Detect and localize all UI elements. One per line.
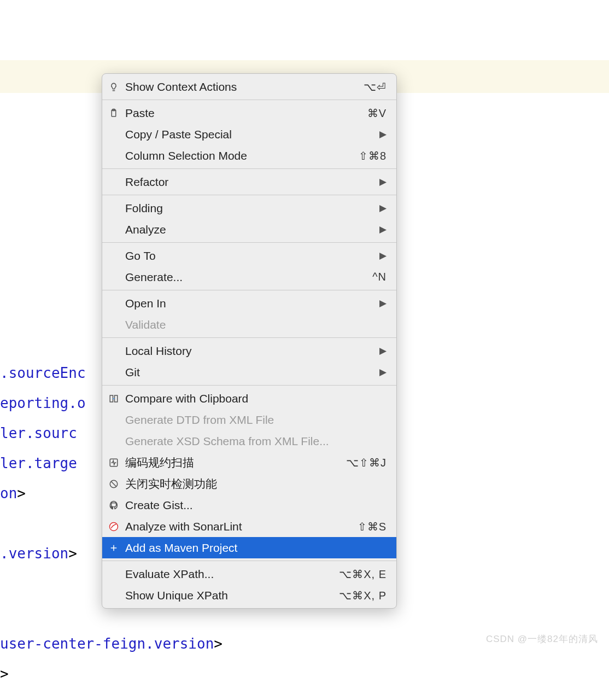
menu-item-generate-dtd-from-xml-file: Generate DTD from XML File (102, 409, 396, 430)
menu-separator (102, 561, 396, 561)
menu-item-label: 编码规约扫描 (125, 455, 341, 470)
icon-slot (108, 150, 120, 162)
icon-slot (108, 414, 120, 426)
icon-slot (108, 202, 120, 214)
menu-item-open-in[interactable]: Open In▶ (102, 293, 396, 314)
menu-separator (102, 168, 396, 169)
menu-item-validate: Validate (102, 314, 396, 335)
github-icon (108, 499, 120, 511)
svg-rect-2 (110, 395, 113, 402)
menu-item-label: Git (125, 366, 374, 379)
menu-item-compare-with-clipboard[interactable]: Compare with Clipboard (102, 388, 396, 409)
chevron-right-icon: ▶ (379, 224, 387, 235)
icon-slot (108, 224, 120, 236)
chevron-right-icon: ▶ (379, 129, 387, 140)
menu-item-label: Paste (125, 107, 362, 120)
plus-icon (108, 542, 120, 554)
menu-item-label: Go To (125, 249, 374, 262)
menu-item-label: Generate XSD Schema from XML File... (125, 435, 387, 448)
menu-item-analyze[interactable]: Analyze▶ (102, 219, 396, 240)
menu-item-label: Open In (125, 297, 374, 310)
menu-item-label: Create Gist... (125, 499, 387, 512)
menu-shortcut: ⇧⌘8 (359, 149, 387, 162)
svg-rect-3 (115, 395, 118, 402)
menu-separator (102, 195, 396, 195)
icon-slot (108, 568, 120, 580)
menu-item-paste[interactable]: Paste⌘V (102, 102, 396, 124)
menu-item-folding[interactable]: Folding▶ (102, 197, 396, 219)
icon-slot (108, 176, 120, 188)
menu-item-refactor[interactable]: Refactor▶ (102, 171, 396, 192)
menu-item-generate[interactable]: Generate...^N (102, 266, 396, 288)
menu-item-analyze-with-sonarlint[interactable]: Analyze with SonarLint⇧⌘S (102, 516, 396, 537)
menu-item-label: Analyze (125, 223, 374, 236)
svg-point-6 (110, 522, 118, 530)
menu-item-label: Column Selection Mode (125, 149, 353, 162)
menu-item-git[interactable]: Git▶ (102, 361, 396, 383)
menu-item-label: Show Context Actions (125, 80, 358, 94)
context-menu: Show Context Actions⌥⏎Paste⌘VCopy / Past… (102, 73, 397, 609)
icon-slot (108, 590, 120, 602)
menu-separator (102, 337, 396, 338)
icon-slot (108, 250, 120, 262)
bulb-icon (108, 81, 120, 93)
chevron-right-icon: ▶ (379, 366, 387, 378)
menu-shortcut: ⌥⌘X, E (339, 568, 387, 581)
menu-item-label: Folding (125, 202, 374, 215)
chevron-right-icon: ▶ (379, 202, 387, 214)
menu-item-go-to[interactable]: Go To▶ (102, 245, 396, 266)
icon-slot (108, 271, 120, 283)
menu-item-add-as-maven-project[interactable]: Add as Maven Project (102, 537, 396, 558)
menu-item-show-context-actions[interactable]: Show Context Actions⌥⏎ (102, 76, 396, 97)
menu-shortcut: ^N (372, 271, 387, 283)
pulse-icon (108, 457, 120, 469)
compare-icon (108, 393, 120, 405)
menu-item-label: Local History (125, 345, 374, 358)
icon-slot (108, 435, 120, 447)
menu-item-label: Compare with Clipboard (125, 392, 387, 405)
menu-item-label: Show Unique XPath (125, 589, 333, 602)
watermark: CSDN @一缕82年的清风 (486, 633, 598, 645)
menu-shortcut: ⌥⇧⌘J (346, 456, 387, 469)
menu-item-copy-paste-special[interactable]: Copy / Paste Special▶ (102, 124, 396, 145)
ban-icon (108, 478, 120, 490)
menu-item-[interactable]: 编码规约扫描⌥⇧⌘J (102, 452, 396, 473)
menu-item-label: Generate DTD from XML File (125, 413, 387, 427)
clipboard-icon (108, 107, 120, 119)
menu-item-label: Add as Maven Project (125, 541, 387, 555)
menu-item-label: Validate (125, 318, 387, 331)
menu-item-local-history[interactable]: Local History▶ (102, 340, 396, 361)
menu-item-label: Analyze with SonarLint (125, 520, 352, 533)
chevron-right-icon: ▶ (379, 298, 387, 309)
chevron-right-icon: ▶ (379, 250, 387, 261)
menu-item-show-unique-xpath[interactable]: Show Unique XPath⌥⌘X, P (102, 585, 396, 606)
menu-item-[interactable]: 关闭实时检测功能 (102, 473, 396, 494)
menu-separator (102, 385, 396, 386)
menu-item-label: Refactor (125, 176, 374, 189)
menu-item-create-gist[interactable]: Create Gist... (102, 494, 396, 516)
menu-item-generate-xsd-schema-from-xml-file: Generate XSD Schema from XML File... (102, 430, 396, 452)
sonar-icon (108, 521, 120, 533)
menu-separator (102, 242, 396, 243)
menu-item-label: Copy / Paste Special (125, 128, 374, 141)
menu-shortcut: ⌥⌘X, P (339, 589, 387, 602)
chevron-right-icon: ▶ (379, 345, 387, 357)
menu-item-label: Generate... (125, 271, 367, 284)
menu-item-evaluate-xpath[interactable]: Evaluate XPath...⌥⌘X, E (102, 563, 396, 585)
icon-slot (108, 366, 120, 378)
menu-shortcut: ⌥⏎ (364, 80, 387, 94)
menu-item-label: Evaluate XPath... (125, 568, 333, 581)
icon-slot (108, 319, 120, 331)
chevron-right-icon: ▶ (379, 176, 387, 188)
icon-slot (108, 129, 120, 141)
menu-shortcut: ⇧⌘S (358, 520, 387, 533)
menu-separator (102, 290, 396, 290)
icon-slot (108, 298, 120, 310)
menu-item-label: 关闭实时检测功能 (125, 476, 387, 492)
icon-slot (108, 345, 120, 357)
menu-separator (102, 100, 396, 100)
menu-item-column-selection-mode[interactable]: Column Selection Mode⇧⌘8 (102, 145, 396, 166)
menu-shortcut: ⌘V (367, 107, 387, 120)
